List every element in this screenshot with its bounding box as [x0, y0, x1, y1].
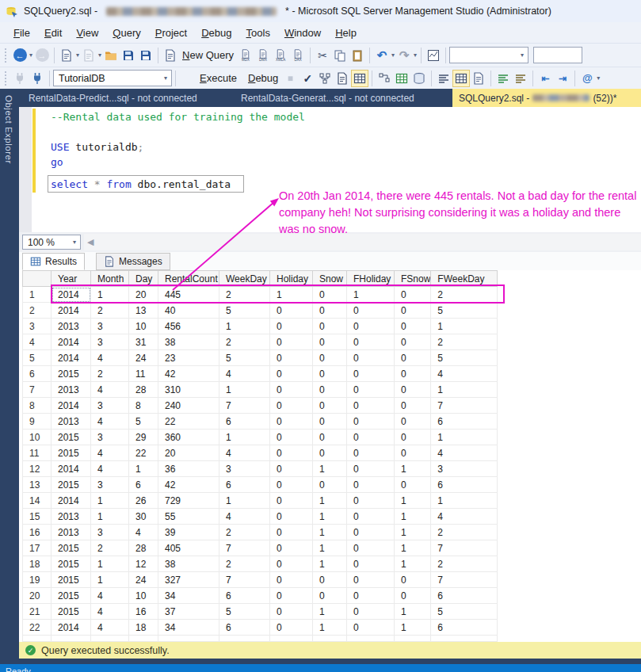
- tab-rentaldata-generate[interactable]: RentalData-Generat...sql - not connected: [235, 89, 421, 107]
- cell[interactable]: 0: [395, 382, 431, 398]
- cell[interactable]: 6: [219, 620, 270, 636]
- cell[interactable]: 0: [395, 477, 431, 493]
- row-number[interactable]: 3: [23, 319, 52, 334]
- cell[interactable]: 0: [270, 477, 313, 493]
- cell[interactable]: 0: [395, 572, 431, 588]
- menu-project[interactable]: Project: [148, 25, 194, 41]
- cell[interactable]: 0: [395, 588, 431, 604]
- cell[interactable]: 0: [347, 382, 395, 398]
- cell[interactable]: 23: [158, 350, 219, 366]
- row-number[interactable]: 13: [23, 477, 52, 493]
- cell[interactable]: 0: [395, 319, 431, 334]
- table-row[interactable]: 21201541637501015: [23, 604, 498, 620]
- cell[interactable]: 0: [347, 525, 395, 540]
- table-row[interactable]: 11201542220400004: [23, 445, 498, 461]
- table-row[interactable]: 1620133439201012: [23, 525, 498, 540]
- code-select-line[interactable]: select * from dbo.rental_data: [51, 177, 231, 192]
- cell[interactable]: 31: [129, 334, 158, 350]
- cell[interactable]: 6: [129, 477, 158, 493]
- zoom-dropdown[interactable]: 100 %▾: [22, 235, 81, 250]
- cell[interactable]: 1: [395, 525, 431, 540]
- cell[interactable]: 10: [129, 319, 158, 334]
- cell[interactable]: 1: [395, 461, 431, 477]
- cell[interactable]: 36: [158, 461, 219, 477]
- cell[interactable]: 1: [431, 382, 498, 398]
- cell[interactable]: 34: [158, 620, 219, 636]
- cell[interactable]: 240: [158, 398, 219, 414]
- connect-icon[interactable]: [11, 70, 29, 87]
- stop-icon[interactable]: ■: [281, 70, 299, 87]
- cell[interactable]: 1: [219, 382, 270, 398]
- cut-icon[interactable]: ✂: [314, 47, 331, 64]
- copy-icon[interactable]: [331, 47, 349, 64]
- cell[interactable]: 1: [91, 509, 129, 525]
- cell[interactable]: 0: [347, 303, 395, 319]
- results-to-file-icon[interactable]: [470, 70, 487, 87]
- cell[interactable]: 0: [395, 398, 431, 414]
- cell[interactable]: 2: [219, 334, 270, 350]
- toolbar-grip-2[interactable]: [3, 71, 9, 86]
- cell[interactable]: 456: [158, 319, 219, 334]
- cell[interactable]: 0: [313, 445, 347, 461]
- cell[interactable]: 2014: [52, 350, 91, 366]
- cell[interactable]: 4: [91, 414, 129, 430]
- cell[interactable]: 22: [129, 445, 158, 461]
- column-header-rentalcount[interactable]: RentalCount: [158, 271, 219, 287]
- cell[interactable]: 1: [395, 556, 431, 572]
- row-number[interactable]: 22: [23, 620, 52, 636]
- table-row[interactable]: 8201438240700007: [23, 398, 498, 414]
- menu-view[interactable]: View: [69, 25, 105, 41]
- cell[interactable]: 2014: [52, 461, 91, 477]
- cell[interactable]: 1: [91, 572, 129, 588]
- decrease-indent-icon[interactable]: ⇤: [536, 70, 554, 87]
- increase-indent-icon[interactable]: ⇥: [554, 70, 571, 87]
- cell[interactable]: 28: [129, 382, 158, 398]
- table-row[interactable]: 192015124327700007: [23, 572, 498, 588]
- cell[interactable]: 1: [395, 620, 431, 636]
- cell[interactable]: 0: [270, 509, 313, 525]
- cell[interactable]: 13: [129, 303, 158, 319]
- new-mdx-query-icon[interactable]: MDX: [237, 47, 254, 64]
- table-row[interactable]: 102015329360100001: [23, 430, 498, 445]
- cell[interactable]: 30: [129, 509, 158, 525]
- object-explorer-strip[interactable]: Object Explorer: [0, 89, 19, 659]
- cell[interactable]: 4: [219, 366, 270, 382]
- cell[interactable]: 11: [129, 366, 158, 382]
- debug-button[interactable]: Debug: [245, 72, 281, 84]
- menu-tools[interactable]: Tools: [239, 25, 277, 41]
- tab-results[interactable]: Results: [22, 253, 85, 270]
- table-row[interactable]: 4201433138200002: [23, 334, 498, 350]
- cell[interactable]: 0: [395, 414, 431, 430]
- cell[interactable]: 2015: [52, 572, 91, 588]
- execute-play-icon[interactable]: [179, 70, 196, 87]
- cell[interactable]: 0: [270, 604, 313, 620]
- cell[interactable]: 2015: [52, 556, 91, 572]
- cell[interactable]: 0: [347, 604, 395, 620]
- row-number[interactable]: 5: [23, 350, 52, 366]
- cell[interactable]: 0: [395, 430, 431, 445]
- cell[interactable]: 3: [91, 334, 129, 350]
- table-row[interactable]: 5201442423500005: [23, 350, 498, 366]
- cell[interactable]: 3: [219, 461, 270, 477]
- row-number[interactable]: 6: [23, 366, 52, 382]
- row-number[interactable]: 15: [23, 509, 52, 525]
- cell[interactable]: 2015: [52, 366, 91, 382]
- cell[interactable]: 3: [91, 477, 129, 493]
- cell[interactable]: 1: [313, 509, 347, 525]
- cell[interactable]: 2015: [52, 540, 91, 556]
- table-row[interactable]: 1220144136301013: [23, 461, 498, 477]
- cell[interactable]: 5: [431, 350, 498, 366]
- cell[interactable]: 2: [219, 525, 270, 540]
- cell[interactable]: 5: [431, 604, 498, 620]
- cell[interactable]: 1: [91, 556, 129, 572]
- cell[interactable]: 0: [270, 382, 313, 398]
- tab-rentaldata-predict[interactable]: RentalData-Predict...sql - not connected: [22, 89, 204, 107]
- results-to-grid-icon[interactable]: [452, 70, 470, 87]
- cell[interactable]: 2014: [52, 493, 91, 509]
- cell[interactable]: 0: [347, 556, 395, 572]
- row-number[interactable]: 20: [23, 588, 52, 604]
- row-number[interactable]: 16: [23, 525, 52, 540]
- cell[interactable]: 2015: [52, 445, 91, 461]
- cell[interactable]: 24: [129, 572, 158, 588]
- cell[interactable]: 3: [431, 461, 498, 477]
